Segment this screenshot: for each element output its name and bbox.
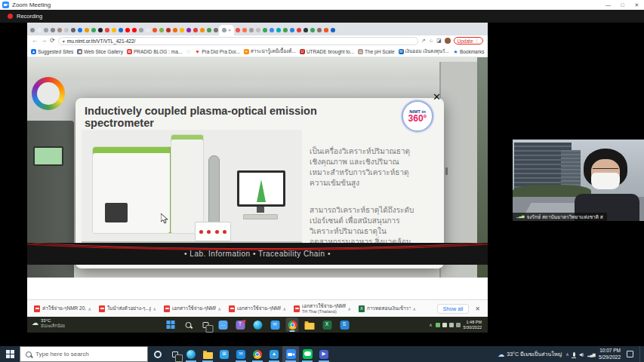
browser-tab[interactable] bbox=[76, 25, 83, 35]
file-explorer-taskbar-button[interactable] bbox=[304, 318, 316, 332]
show-all-button[interactable]: Show all bbox=[437, 304, 469, 314]
chevron-up-icon[interactable]: ∧ bbox=[218, 306, 221, 311]
browser-tab[interactable] bbox=[42, 25, 49, 35]
bookmark-item[interactable]: ✿PRADID BLOG : ma... bbox=[127, 49, 182, 54]
tray-chevron-icon[interactable]: ∧ bbox=[565, 351, 569, 357]
address-bar[interactable]: ▾ mu.nimt.or.th/VT/VTL_421-422/ bbox=[58, 37, 418, 45]
chevron-up-icon[interactable]: ∧ bbox=[88, 306, 91, 311]
tray-chevron-icon[interactable]: ∧ bbox=[429, 322, 432, 327]
notification-center-icon[interactable] bbox=[627, 351, 633, 357]
extensions-icon[interactable]: ◪ bbox=[436, 38, 442, 44]
browser-tab[interactable] bbox=[117, 25, 124, 35]
browser-tab[interactable] bbox=[199, 25, 205, 35]
browser-tab[interactable] bbox=[90, 25, 97, 35]
app-blue-taskbar-button[interactable]: S bbox=[338, 318, 351, 332]
forward-icon[interactable]: → bbox=[41, 38, 47, 44]
task-view-icon[interactable] bbox=[172, 351, 178, 357]
line-taskbar-button[interactable] bbox=[299, 346, 316, 362]
browser-tab[interactable] bbox=[151, 25, 158, 35]
browser-tab[interactable] bbox=[178, 25, 185, 35]
reload-icon[interactable]: ⟳ bbox=[50, 38, 55, 44]
microphone-icon[interactable] bbox=[573, 352, 575, 357]
start-button[interactable] bbox=[0, 346, 20, 362]
update-button[interactable]: Update ⋮ bbox=[454, 37, 483, 44]
browser-tab[interactable] bbox=[144, 25, 151, 35]
cortana-icon[interactable] bbox=[154, 351, 162, 358]
bookmark-item[interactable]: UUTRADE brought to... bbox=[300, 49, 354, 54]
downloads-close-icon[interactable]: ✕ bbox=[475, 305, 480, 312]
app-badged-taskbar-button[interactable]: T bbox=[234, 318, 247, 332]
films-taskbar-button[interactable]: ▶ bbox=[316, 346, 332, 362]
tray-status-icon[interactable] bbox=[449, 323, 454, 327]
maximize-button[interactable]: □ bbox=[615, 2, 630, 8]
mail-taskbar-button[interactable]: ✉ bbox=[233, 346, 249, 362]
bookmarks-star-item[interactable]: ★ Bookmarks bbox=[453, 49, 485, 54]
profile-avatar[interactable] bbox=[445, 38, 451, 44]
browser-tab[interactable] bbox=[295, 25, 302, 35]
browser-tab[interactable] bbox=[241, 25, 248, 35]
browser-tab[interactable] bbox=[29, 25, 35, 35]
chrome-taskbar-button[interactable] bbox=[249, 346, 266, 362]
browser-tab[interactable] bbox=[254, 25, 261, 35]
inner-weather-widget[interactable]: ☁ 33°C มีเมฆเล็กน้อย bbox=[32, 318, 65, 328]
browser-tab[interactable] bbox=[288, 25, 295, 35]
edge-taskbar-button[interactable] bbox=[183, 346, 199, 362]
search-taskbar-button[interactable] bbox=[182, 318, 195, 332]
download-item[interactable]: ค่าใช้จ่าย-ๆNMR 20...pdf∧ bbox=[32, 302, 94, 316]
download-item[interactable]: เอกสารใช้จ่าย-ๆNMR...pdfTH Thai (Thailan… bbox=[291, 302, 353, 316]
outer-clock[interactable]: 10:07 PM 5/29/2022 bbox=[599, 348, 621, 360]
browser-tab[interactable] bbox=[124, 25, 131, 35]
bookmark-item[interactable]: ♡ bbox=[186, 49, 191, 54]
browser-tab[interactable] bbox=[171, 25, 178, 35]
tray-status-icon[interactable] bbox=[436, 323, 440, 327]
bookmark-item[interactable]: Mเงินออม เงินลงทุนรั... bbox=[399, 48, 449, 55]
tab-close-icon[interactable]: × bbox=[228, 28, 231, 32]
tab-strip[interactable]: × bbox=[27, 23, 488, 35]
start-taskbar-button[interactable] bbox=[165, 318, 177, 332]
chevron-up-icon[interactable]: ∧ bbox=[283, 306, 286, 311]
bookmark-item[interactable]: ☀สาระน่ารู้เคมีเบื้องต้... bbox=[244, 48, 296, 55]
taskbar-search-input[interactable]: Type here to search bbox=[20, 346, 148, 362]
zoom-taskbar-button[interactable] bbox=[282, 346, 299, 362]
browser-tab[interactable] bbox=[158, 25, 165, 35]
download-item[interactable]: Xการทดสอบเงินเข้าราย...xlsx∧ bbox=[356, 302, 418, 316]
menu-icon[interactable]: ⋮ bbox=[475, 38, 480, 44]
browser-tab[interactable] bbox=[56, 25, 63, 35]
browser-tab[interactable] bbox=[97, 25, 103, 35]
browser-tab[interactable] bbox=[268, 25, 275, 35]
browser-tab[interactable] bbox=[275, 25, 282, 35]
chrome-taskbar-button[interactable] bbox=[286, 318, 299, 332]
browser-tab[interactable] bbox=[103, 25, 110, 35]
browser-tab[interactable] bbox=[137, 25, 144, 35]
browser-tab[interactable] bbox=[316, 25, 322, 35]
download-item[interactable]: เอกสารใช้จ่าย-ๆNMR...pdf∧ bbox=[226, 302, 288, 316]
share-icon[interactable]: ↗ bbox=[421, 38, 426, 44]
chevron-up-icon[interactable]: ∧ bbox=[348, 306, 351, 311]
browser-tab[interactable] bbox=[49, 25, 56, 35]
site-info-icon[interactable]: ▾ bbox=[63, 38, 65, 44]
browser-tab[interactable] bbox=[185, 25, 192, 35]
browser-tab[interactable] bbox=[165, 25, 171, 35]
participant-video[interactable]: ▁▃▅ จงรักษ์ สถาบันมาตรวิทยาแห่งชาติ ส bbox=[513, 140, 644, 221]
browser-tab[interactable] bbox=[192, 25, 199, 35]
browser-tab[interactable] bbox=[83, 25, 90, 35]
browser-tab[interactable] bbox=[69, 25, 76, 35]
store-taskbar-button[interactable]: ⊞ bbox=[216, 346, 233, 362]
download-item[interactable]: ใบนำส่งตัวอย่าง-ๆ...pdf∧ bbox=[97, 302, 159, 316]
browser-tab[interactable] bbox=[282, 25, 288, 35]
browser-tab[interactable] bbox=[261, 25, 268, 35]
chevron-up-icon[interactable]: ∧ bbox=[413, 306, 416, 311]
chevron-up-icon[interactable]: ∧ bbox=[153, 306, 156, 311]
bookmark-item[interactable]: ▤The pH Scale bbox=[358, 49, 394, 54]
bookmark-star-icon[interactable]: ☆ bbox=[429, 38, 433, 44]
chat-taskbar-button[interactable]: … bbox=[217, 318, 230, 332]
photos-taskbar-button[interactable]: ▲ bbox=[266, 346, 282, 362]
show-desktop-button[interactable] bbox=[639, 346, 642, 362]
browser-tab[interactable] bbox=[63, 25, 69, 35]
tray-status-icon[interactable] bbox=[456, 323, 461, 327]
bookmark-item[interactable]: ▲Suggested Sites bbox=[31, 49, 73, 54]
browser-tab[interactable] bbox=[234, 25, 241, 35]
browser-tab[interactable] bbox=[205, 25, 212, 35]
modal-close-icon[interactable]: ✕ bbox=[433, 91, 441, 103]
close-button[interactable]: ✕ bbox=[630, 2, 644, 8]
